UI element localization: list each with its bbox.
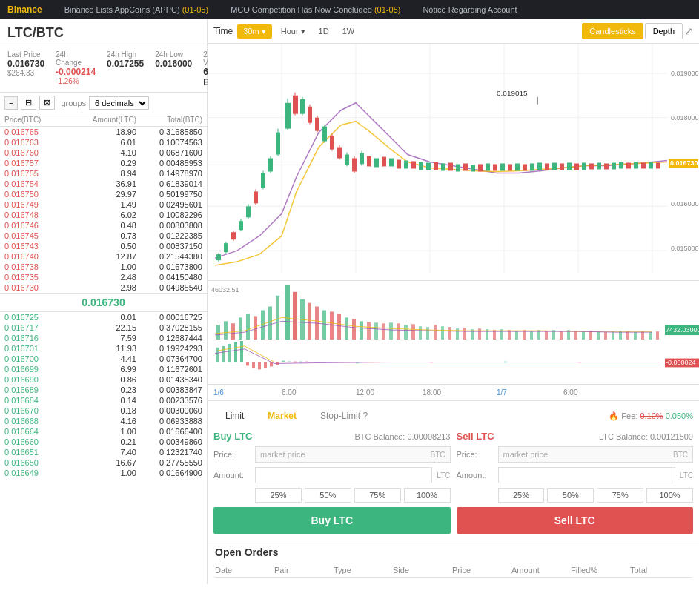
ask-row[interactable]: 0.016763 6.01 0.10074563 — [0, 137, 207, 148]
svg-rect-66 — [456, 164, 460, 171]
buy-pct-100[interactable]: 100% — [404, 488, 451, 503]
time-btn-hour[interactable]: Hour ▾ — [276, 24, 310, 39]
buy-pct-25[interactable]: 25% — [255, 488, 302, 503]
svg-rect-93 — [656, 162, 660, 168]
ask-row[interactable]: 0.016743 0.50 0.00837150 — [0, 241, 207, 251]
svg-text:0.015000: 0.015000 — [671, 245, 698, 252]
svg-text:0.019015: 0.019015 — [497, 89, 528, 97]
ask-row[interactable]: 0.016749 1.49 0.02495601 — [0, 199, 207, 210]
chart-area: 0.019015 — [208, 44, 699, 281]
bid-row[interactable]: 0.016651 7.40 0.12321740 — [0, 447, 207, 457]
bid-row[interactable]: 0.016684 0.14 0.00233576 — [0, 395, 207, 405]
ask-row[interactable]: 0.016757 0.29 0.00485953 — [0, 158, 207, 168]
tab-stop-limit[interactable]: Stop-Limit ? — [308, 407, 380, 425]
ask-row[interactable]: 0.016745 0.73 0.01222385 — [0, 231, 207, 241]
svg-rect-92 — [649, 162, 653, 169]
svg-rect-101 — [216, 325, 220, 340]
tab-limit[interactable]: Limit — [213, 407, 256, 425]
decimals-select[interactable]: 6 decimals — [89, 96, 149, 110]
sell-pct-100[interactable]: 100% — [646, 488, 693, 503]
expand-button[interactable]: ⤢ — [684, 23, 693, 39]
ask-row[interactable]: 0.016765 18.90 0.31685850 — [0, 127, 207, 137]
orderbook-controls: ≡ ⊟ ⊠ groups 6 decimals — [0, 93, 207, 113]
svg-rect-154 — [612, 331, 614, 340]
svg-rect-173 — [264, 362, 267, 368]
sell-amount-input[interactable] — [498, 467, 675, 483]
ask-row[interactable]: 0.016730 2.98 0.04985540 — [0, 282, 207, 293]
candlesticks-button[interactable]: Candlesticks — [582, 23, 643, 39]
bid-row[interactable]: 0.016717 22.15 0.37028155 — [0, 322, 207, 333]
bid-row[interactable]: 0.016699 6.99 0.11672601 — [0, 364, 207, 374]
high-value: 0.017255 — [107, 59, 144, 69]
last-price-stat: Last Price 0.016730 $264.33 — [7, 50, 44, 87]
bid-row[interactable]: 0.016670 0.18 0.00300060 — [0, 405, 207, 416]
ask-row[interactable]: 0.016735 2.48 0.04150480 — [0, 272, 207, 282]
svg-rect-86 — [604, 163, 609, 169]
col-amount: Amount — [511, 566, 571, 574]
ask-row[interactable]: 0.016746 0.48 0.00803808 — [0, 220, 207, 231]
bid-row[interactable]: 0.016700 4.41 0.07364700 — [0, 354, 207, 364]
time-btn-30m[interactable]: 30m ▾ — [237, 24, 271, 39]
buy-amount-input[interactable] — [255, 467, 432, 483]
time-btn-1w[interactable]: 1W — [338, 24, 360, 38]
ask-row[interactable]: 0.016760 4.10 0.06871600 — [0, 148, 207, 158]
ob-view-btn-3[interactable]: ⊠ — [39, 96, 55, 110]
svg-rect-143 — [530, 331, 533, 340]
ob-view-btn-2[interactable]: ⊟ — [21, 96, 36, 110]
depth-button[interactable]: Depth — [645, 23, 683, 39]
news-item-3[interactable]: Notice Regarding Account — [423, 5, 517, 14]
ask-row[interactable]: 0.016740 12.87 0.21544380 — [0, 251, 207, 262]
bid-row[interactable]: 0.016660 0.21 0.00349860 — [0, 437, 207, 447]
svg-rect-150 — [582, 331, 585, 340]
bid-row[interactable]: 0.016668 4.16 0.06933888 — [0, 416, 207, 426]
fee-info: 🔥 Fee: 0.10% 0.050% — [609, 411, 693, 421]
buy-amount-row: Amount: LTC — [213, 467, 451, 483]
svg-rect-172 — [258, 362, 261, 370]
svg-rect-127 — [411, 324, 415, 340]
svg-rect-128 — [419, 326, 422, 340]
ask-row[interactable]: 0.016750 29.97 0.50199750 — [0, 189, 207, 199]
binance-logo: Binance — [7, 4, 42, 15]
sell-pct-75[interactable]: 75% — [597, 488, 643, 503]
ask-row[interactable]: 0.016755 8.94 0.14978970 — [0, 168, 207, 179]
buy-pct-75[interactable]: 75% — [354, 488, 401, 503]
ask-row[interactable]: 0.016748 6.02 0.10082296 — [0, 210, 207, 220]
bid-row[interactable]: 0.016716 7.59 0.12687444 — [0, 333, 207, 343]
bid-row[interactable]: 0.016701 11.93 0.19924293 — [0, 343, 207, 354]
news-item-2[interactable]: MCO Competition Has Now Concluded (01-05… — [231, 5, 400, 14]
last-price-usd: $264.33 — [7, 69, 44, 77]
ob-view-btn-1[interactable]: ≡ — [4, 96, 18, 110]
help-icon[interactable]: ? — [362, 411, 368, 421]
svg-rect-134 — [463, 328, 466, 340]
ask-row[interactable]: 0.016738 1.00 0.01673800 — [0, 262, 207, 272]
buy-button[interactable]: Buy LTC — [213, 507, 451, 534]
svg-rect-67 — [463, 163, 468, 170]
time-label-1800: 18:00 — [423, 388, 441, 397]
news-item-1[interactable]: Binance Lists AppCoins (APPC) (01-05) — [64, 5, 208, 14]
ask-row[interactable]: 0.016754 36.91 0.61839014 — [0, 179, 207, 189]
sell-form-header: Sell LTC LTC Balance: 0.00121500 — [457, 431, 694, 442]
bid-row[interactable]: 0.016650 16.67 0.27755550 — [0, 457, 207, 468]
col-price: Price — [452, 566, 511, 574]
svg-rect-58 — [397, 160, 401, 169]
tab-market[interactable]: Market — [256, 407, 308, 425]
svg-rect-68 — [471, 165, 475, 171]
fee-actual: 0.050% — [666, 411, 693, 420]
sell-button[interactable]: Sell LTC — [457, 507, 694, 534]
col-pair: Pair — [274, 566, 334, 574]
bid-row[interactable]: 0.016690 0.86 0.01435340 — [0, 374, 207, 385]
bid-row[interactable]: 0.016664 1.00 0.01666400 — [0, 426, 207, 437]
bid-row[interactable]: 0.016649 1.00 0.01664900 — [0, 468, 207, 478]
buy-price-label: Price: — [213, 450, 251, 459]
time-btn-1d[interactable]: 1D — [314, 24, 334, 38]
svg-rect-121 — [367, 322, 371, 340]
sell-pct-50[interactable]: 50% — [547, 488, 594, 503]
sell-pct-25[interactable]: 25% — [498, 488, 545, 503]
bid-row[interactable]: 0.016689 0.23 0.00383847 — [0, 385, 207, 395]
buy-pct-50[interactable]: 50% — [305, 488, 351, 503]
orderbook-panel: LTC/BTC Last Price 0.016730 $264.33 24h … — [0, 19, 208, 584]
change-stat: 24h Change -0.000214 -1.26% — [56, 50, 96, 87]
bid-row[interactable]: 0.016725 0.01 0.00016725 — [0, 312, 207, 322]
svg-rect-116 — [330, 311, 334, 340]
svg-rect-71 — [493, 164, 497, 170]
